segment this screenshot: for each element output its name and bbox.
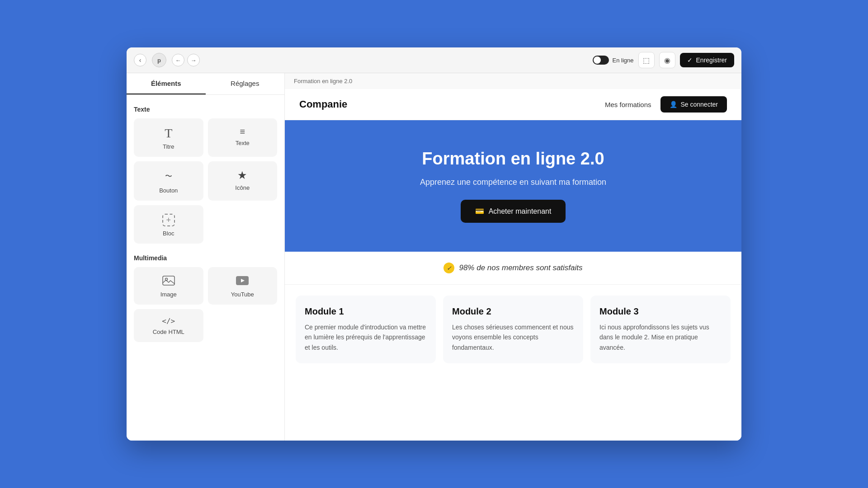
preview-button[interactable]: ◉: [659, 52, 675, 68]
module-3-desc: Ici nous approfondissons les sujets vus …: [599, 322, 722, 352]
bouton-label: Bouton: [159, 187, 178, 194]
checkmark-icon: ✓: [687, 56, 693, 64]
breadcrumb: Formation en ligne 2.0: [285, 73, 741, 89]
right-arrow-icon: →: [191, 57, 197, 64]
user-icon: 👤: [670, 101, 677, 108]
element-texte[interactable]: ≡ Texte: [208, 118, 278, 157]
save-button[interactable]: ✓ Enregistrer: [680, 53, 734, 67]
browser-nav: ← →: [172, 54, 200, 66]
element-bloc[interactable]: + Bloc: [134, 205, 203, 244]
icone-label: Icône: [235, 184, 250, 191]
sidebar-content: Texte T Titre ≡ Texte: [127, 95, 284, 441]
code-label: Code HTML: [153, 328, 184, 335]
cta-button[interactable]: 💳 Acheter maintenant: [461, 200, 566, 223]
section-text-label: Texte: [134, 106, 277, 113]
bloc-icon: +: [162, 214, 175, 226]
stats-text: ✓ 98% de nos membres sont satisfaits: [443, 263, 582, 273]
site-logo: Companie: [299, 99, 605, 110]
element-icone[interactable]: ★ Icône: [208, 161, 278, 201]
module-1-desc: Ce premier module d'introduction va mett…: [305, 322, 427, 352]
texte-label: Texte: [236, 140, 250, 146]
button-icon: [163, 170, 175, 183]
module-card-1: Module 1 Ce premier module d'introductio…: [296, 296, 436, 363]
browser-window: ‹ p ← → En ligne ⬚ ◉: [127, 47, 741, 441]
youtube-label: YouTube: [231, 291, 254, 298]
code-icon: </>: [162, 318, 175, 325]
card-icon: 💳: [475, 207, 484, 216]
browser-avatar[interactable]: p: [152, 53, 166, 67]
save-label: Enregistrer: [696, 56, 727, 64]
left-arrow-icon: ←: [175, 57, 181, 64]
connect-button[interactable]: 👤 Se connecter: [660, 96, 727, 113]
hero-section: Formation en ligne 2.0 Apprenez une comp…: [285, 120, 741, 252]
nav-back-button[interactable]: ←: [172, 54, 184, 66]
element-titre[interactable]: T Titre: [134, 118, 203, 157]
stats-badge: ✓: [443, 263, 454, 273]
browser-chrome: ‹ p ← → En ligne ⬚ ◉: [127, 47, 741, 73]
folder-icon: ⬚: [643, 56, 650, 65]
element-code-html[interactable]: </> Code HTML: [134, 309, 203, 342]
dark-mode-toggle[interactable]: [593, 56, 609, 65]
site-navbar: Companie Mes formations 👤 Se connecter: [285, 89, 741, 120]
hero-title: Formation en ligne 2.0: [422, 149, 604, 169]
online-status-label: En ligne: [613, 57, 634, 64]
editor-layout: Éléments Réglages Texte T Titre ≡: [127, 73, 741, 441]
element-youtube[interactable]: YouTube: [208, 267, 278, 305]
module-card-2: Module 2 Les choses sérieuses commencent…: [443, 296, 583, 363]
module-3-title: Module 3: [599, 306, 722, 317]
text-icon: ≡: [240, 127, 245, 136]
titre-label: Titre: [163, 143, 175, 150]
cta-label: Acheter maintenant: [489, 207, 552, 216]
tab-settings[interactable]: Réglages: [206, 73, 285, 94]
multimedia-grid: Image YouTube </>: [134, 267, 277, 342]
preview-area: Formation en ligne 2.0 Companie Mes form…: [285, 73, 741, 441]
connect-label: Se connecter: [681, 101, 718, 108]
image-label: Image: [160, 291, 177, 298]
svg-rect-0: [163, 276, 175, 285]
folder-button[interactable]: ⬚: [638, 52, 655, 68]
module-1-title: Module 1: [305, 306, 427, 317]
toggle-knob: [594, 56, 601, 64]
back-arrow-icon: ‹: [139, 56, 142, 64]
sidebar: Éléments Réglages Texte T Titre ≡: [127, 73, 285, 441]
modules-section: Module 1 Ce premier module d'introductio…: [285, 285, 741, 363]
tab-elements[interactable]: Éléments: [127, 73, 206, 94]
site-nav-links: Mes formations 👤 Se connecter: [605, 96, 727, 113]
online-toggle-container: En ligne: [593, 56, 634, 65]
module-card-3: Module 3 Ici nous approfondissons les su…: [590, 296, 731, 363]
sidebar-tabs: Éléments Réglages: [127, 73, 284, 95]
section-multimedia-label: Multimedia: [134, 254, 277, 262]
module-2-title: Module 2: [452, 306, 574, 317]
stats-bar: ✓ 98% de nos membres sont satisfaits: [285, 252, 741, 285]
checkmark-badge-icon: ✓: [447, 265, 452, 272]
elements-grid: T Titre ≡ Texte: [134, 118, 277, 244]
browser-right-controls: En ligne ⬚ ◉ ✓ Enregistrer: [593, 52, 734, 68]
title-icon: T: [165, 127, 172, 140]
nav-mes-formations[interactable]: Mes formations: [605, 101, 651, 108]
nav-forward-button[interactable]: →: [187, 54, 200, 66]
preview-content: Companie Mes formations 👤 Se connecter F…: [285, 89, 741, 441]
module-2-desc: Les choses sérieuses commencent et nous …: [452, 322, 574, 352]
image-icon: [162, 276, 175, 287]
hero-subtitle: Apprenez une compétence en suivant ma fo…: [420, 178, 606, 187]
element-bouton[interactable]: Bouton: [134, 161, 203, 201]
eye-icon: ◉: [664, 56, 670, 65]
stats-label: 98% de nos membres sont satisfaits: [459, 263, 582, 272]
element-image[interactable]: Image: [134, 267, 203, 305]
bloc-label: Bloc: [163, 230, 174, 237]
youtube-icon: [236, 276, 249, 287]
star-icon: ★: [237, 170, 247, 181]
browser-back-button[interactable]: ‹: [134, 54, 146, 66]
